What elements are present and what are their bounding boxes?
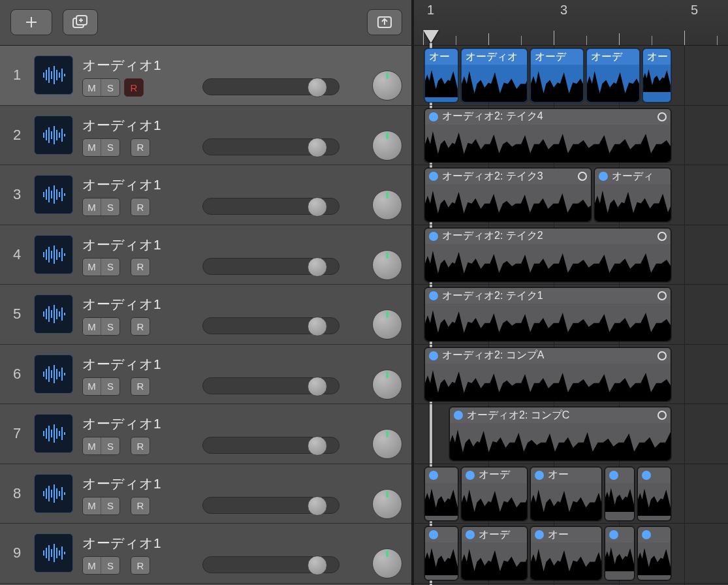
solo-button[interactable]: S bbox=[101, 198, 119, 215]
pan-knob[interactable] bbox=[372, 71, 402, 101]
mute-button[interactable]: M bbox=[83, 139, 101, 156]
playhead[interactable] bbox=[423, 30, 439, 43]
region-header[interactable] bbox=[425, 467, 458, 483]
region-header[interactable] bbox=[605, 467, 634, 483]
audio-region[interactable]: オーデ bbox=[461, 526, 528, 580]
slider-thumb[interactable] bbox=[308, 138, 327, 157]
arrange-lane[interactable]: オーデオー bbox=[414, 464, 728, 524]
audio-region[interactable] bbox=[424, 467, 458, 521]
audio-region[interactable]: オーディオ2: コンプA bbox=[424, 347, 671, 402]
pan-knob[interactable] bbox=[372, 190, 402, 220]
import-button[interactable] bbox=[367, 9, 402, 35]
record-enable-button[interactable]: R bbox=[131, 437, 150, 455]
region-header[interactable] bbox=[425, 527, 458, 543]
record-enable-button[interactable]: R bbox=[124, 78, 144, 97]
slider-thumb[interactable] bbox=[308, 496, 327, 516]
region-header[interactable]: オーディオ2: テイク3 bbox=[425, 168, 591, 184]
arrange-lane[interactable]: オーディオ2: テイク4 bbox=[414, 106, 728, 166]
audio-region[interactable]: オー bbox=[530, 526, 602, 580]
region-header[interactable]: オー bbox=[643, 49, 671, 65]
region-header[interactable] bbox=[638, 527, 671, 543]
audio-region[interactable] bbox=[637, 467, 671, 521]
audio-region[interactable]: オーディオ2: コンプC bbox=[449, 407, 671, 461]
mute-button[interactable]: M bbox=[83, 378, 101, 395]
audio-region[interactable] bbox=[605, 467, 635, 521]
arrange-lane[interactable]: オーディオ2: テイク3オーディ bbox=[414, 165, 728, 225]
slider-thumb[interactable] bbox=[308, 78, 327, 97]
track-header[interactable]: 2 オーディオ1 MS R bbox=[0, 106, 411, 166]
pan-knob[interactable] bbox=[372, 370, 402, 400]
track-header[interactable]: 5 オーディオ1 MS R bbox=[0, 285, 411, 345]
volume-slider[interactable] bbox=[202, 78, 340, 95]
record-enable-button[interactable]: R bbox=[131, 377, 150, 396]
region-header[interactable]: オー bbox=[425, 49, 458, 65]
mute-button[interactable]: M bbox=[83, 318, 101, 335]
arrange-lane[interactable]: オーディオ2: コンプC bbox=[414, 404, 728, 464]
region-header[interactable]: オーデ bbox=[462, 527, 527, 543]
region-header[interactable]: オーディ bbox=[595, 168, 671, 184]
track-name[interactable]: オーディオ1 bbox=[82, 534, 411, 552]
solo-button[interactable]: S bbox=[101, 79, 119, 96]
audio-track-icon[interactable] bbox=[34, 414, 73, 453]
record-enable-button[interactable]: R bbox=[131, 138, 150, 157]
audio-region[interactable]: オーディオ2: テイク1 bbox=[424, 287, 671, 341]
audio-track-icon[interactable] bbox=[34, 533, 73, 573]
record-enable-button[interactable]: R bbox=[131, 497, 150, 515]
volume-slider[interactable] bbox=[202, 556, 340, 573]
slider-thumb[interactable] bbox=[308, 436, 327, 456]
slider-thumb[interactable] bbox=[308, 377, 327, 396]
solo-button[interactable]: S bbox=[101, 437, 119, 454]
mute-button[interactable]: M bbox=[83, 79, 101, 96]
track-name[interactable]: オーディオ1 bbox=[82, 56, 411, 74]
audio-region[interactable]: オーディオ2: テイク2 bbox=[424, 228, 671, 282]
volume-slider[interactable] bbox=[202, 317, 340, 334]
region-header[interactable]: オー bbox=[531, 467, 601, 483]
volume-slider[interactable] bbox=[202, 497, 340, 514]
region-header[interactable]: オーディオ2: テイク2 bbox=[425, 229, 671, 244]
region-header[interactable] bbox=[638, 467, 671, 483]
region-header[interactable]: オーディオ2: テイク1 bbox=[425, 288, 671, 304]
pan-knob[interactable] bbox=[372, 548, 402, 578]
volume-slider[interactable] bbox=[202, 138, 340, 155]
solo-button[interactable]: S bbox=[101, 318, 119, 335]
audio-region[interactable]: オーディオ bbox=[461, 48, 528, 103]
volume-slider[interactable] bbox=[202, 437, 340, 454]
track-header[interactable]: 7 オーディオ1 MS R bbox=[0, 404, 411, 464]
track-header[interactable]: 1 オーディオ1 MS R bbox=[0, 46, 411, 106]
audio-region[interactable] bbox=[637, 526, 671, 580]
track-header[interactable]: 6 オーディオ1 MS R bbox=[0, 345, 411, 405]
region-header[interactable]: オーディオ2: コンプC bbox=[450, 407, 671, 423]
audio-region[interactable] bbox=[424, 526, 458, 580]
track-name[interactable]: オーディオ1 bbox=[82, 415, 411, 433]
mute-button[interactable]: M bbox=[83, 259, 101, 276]
region-header[interactable]: オーデ bbox=[587, 49, 639, 65]
record-enable-button[interactable]: R bbox=[131, 317, 150, 336]
volume-slider[interactable] bbox=[202, 198, 340, 215]
region-header[interactable]: オー bbox=[531, 527, 601, 543]
audio-region[interactable] bbox=[605, 526, 635, 580]
track-name[interactable]: オーディオ1 bbox=[82, 355, 411, 373]
track-name[interactable]: オーディオ1 bbox=[82, 475, 411, 493]
volume-slider[interactable] bbox=[202, 258, 340, 275]
region-header[interactable]: オーディオ2: テイク4 bbox=[425, 109, 671, 125]
audio-track-icon[interactable] bbox=[34, 355, 73, 394]
mute-button[interactable]: M bbox=[83, 498, 101, 514]
arrange-lane[interactable]: オーディオ2: テイク1 bbox=[414, 285, 728, 345]
add-track-button[interactable] bbox=[10, 9, 52, 35]
duplicate-track-button[interactable] bbox=[63, 9, 98, 35]
audio-track-icon[interactable] bbox=[34, 294, 73, 334]
pan-knob[interactable] bbox=[372, 250, 402, 280]
arrange-lane[interactable]: オーオーディオオーデオーデオー bbox=[414, 46, 728, 106]
arrange-lane[interactable]: オーデオー bbox=[414, 524, 728, 584]
solo-button[interactable]: S bbox=[101, 378, 119, 395]
audio-track-icon[interactable] bbox=[34, 116, 73, 155]
timeline-ruler[interactable]: 1 3 5 bbox=[414, 0, 728, 46]
track-name[interactable]: オーディオ1 bbox=[82, 116, 411, 134]
pan-knob[interactable] bbox=[372, 309, 402, 340]
audio-region[interactable]: オーデ bbox=[530, 48, 584, 103]
pan-knob[interactable] bbox=[372, 131, 402, 161]
audio-track-icon[interactable] bbox=[34, 175, 73, 214]
record-enable-button[interactable]: R bbox=[131, 198, 150, 216]
region-header[interactable]: オーデ bbox=[462, 467, 527, 483]
solo-button[interactable]: S bbox=[101, 139, 119, 156]
